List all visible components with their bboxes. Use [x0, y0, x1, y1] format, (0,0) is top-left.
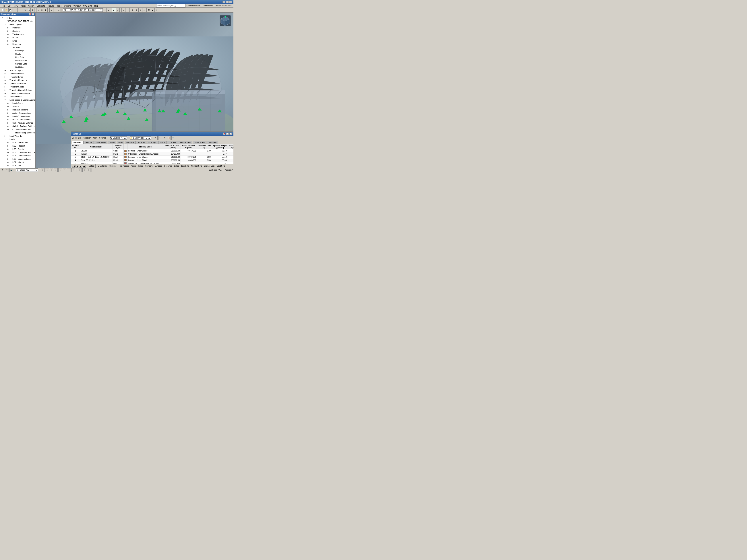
tab-thicknesses[interactable]: Thicknesses — [94, 141, 108, 144]
tree-expand-lines[interactable]: ▶ — [6, 40, 9, 42]
bottom-btn1[interactable]: 🏗 — [1, 168, 4, 172]
z-axis-btn[interactable]: Z — [57, 8, 61, 12]
tree-expand-members[interactable]: ▶ — [6, 43, 9, 45]
tree-expand-lc6[interactable]: ▶ — [6, 158, 9, 160]
tree-expand-design-situations[interactable]: ▶ — [6, 109, 9, 111]
tree-expand-types-lines[interactable]: ▶ — [4, 76, 6, 78]
table-row[interactable]: 1S355J0SteelIsotropic | Linear Elastic21… — [71, 149, 234, 152]
mat-tb-btn5[interactable]: 🔍 — [172, 136, 175, 140]
tree-item-lc4[interactable]: ▶LC4 - Užitné zatížení - celá plocha — [0, 151, 35, 154]
table-cell[interactable]: 667.00 — [227, 152, 233, 156]
table-cell[interactable]: Steel — [112, 156, 124, 159]
tree-expand-materials[interactable]: ▶ — [6, 27, 9, 29]
calc-btn[interactable]: ▶ — [112, 8, 116, 12]
bottom-tab-nodes[interactable]: Nodes — [130, 165, 137, 167]
menu-file[interactable]: File — [1, 4, 6, 7]
tree-item-static-analysis[interactable]: ▶Static Analysis Settings — [0, 121, 35, 125]
tree-item-load-cases[interactable]: ▶Load Cases — [0, 102, 35, 105]
tree-item-load-cases-comb[interactable]: ▼Load Cases & Combinations — [0, 98, 35, 102]
tree-item-types-steel[interactable]: ▶Types for Steel Design — [0, 92, 35, 95]
tab-surface-sets[interactable]: Surface Sets — [193, 141, 206, 144]
tree-expand-static-analysis[interactable]: ▶ — [6, 122, 9, 124]
bottom-tab-line-sets[interactable]: Line Sets — [181, 165, 190, 167]
tree-expand-surfaces[interactable]: ▼ — [6, 47, 9, 48]
table-cell[interactable]: 13420.000 — [164, 152, 181, 156]
deform-btn[interactable]: ⤳ — [125, 8, 129, 12]
tree-expand-project[interactable]: ▼ — [1, 20, 4, 22]
mat-tb-btn3[interactable]: ⊗ — [163, 136, 166, 140]
nav-next-btn[interactable]: ▶ — [79, 165, 82, 167]
tree-expand-action-combinations[interactable]: ▶ — [6, 112, 9, 114]
menu-cad-bim[interactable]: CAD-BIM — [82, 4, 93, 7]
orientation-cube[interactable]: Y X Z — [219, 15, 232, 27]
tree-item-types-lines[interactable]: ▶Types for Lines — [0, 75, 35, 79]
maximize-button[interactable]: □ — [226, 1, 229, 3]
tree-item-lc2[interactable]: ▶LC2 - Předpětí — [0, 144, 35, 148]
y-axis-btn[interactable]: Y — [53, 8, 57, 12]
tree-expand-load-combinations[interactable]: ▶ — [6, 115, 9, 117]
tree-item-types-members[interactable]: ▶Types for Members — [0, 79, 35, 82]
tree-expand-types-special[interactable]: ▶ — [4, 89, 6, 91]
mat-tb-btn2[interactable]: ✏ — [158, 136, 162, 140]
tree-expand-loads[interactable]: ▼ — [4, 138, 6, 140]
table-cell[interactable]: 6.67 — [212, 152, 227, 156]
mat-tb-btn4[interactable]: 📋 — [167, 136, 171, 140]
undo-btn[interactable]: ↩ — [14, 8, 18, 12]
bottom-tab-solid-sets[interactable]: Solid Sets — [216, 165, 226, 167]
edit-label[interactable]: Edit — [78, 137, 82, 139]
tree-item-member-sets[interactable]: Member Sets — [0, 59, 35, 62]
tree-expand-lc7[interactable]: ▶ — [6, 161, 9, 163]
table-cell[interactable] — [124, 156, 127, 159]
x-axis-btn[interactable]: X — [49, 8, 53, 12]
tree-item-lc5[interactable]: ▶LC5 - Užitné zatížení - L — [0, 154, 35, 157]
tree-expand-load-cases-comb[interactable]: ▼ — [4, 99, 6, 101]
table-cell[interactable]: 337.00 — [227, 162, 233, 164]
tree-expand-thicknesses[interactable]: ▶ — [6, 33, 9, 35]
tree-expand-rfem[interactable]: ▼ — [1, 17, 4, 19]
table-cell[interactable]: 80769.231 — [181, 156, 197, 159]
table-cell[interactable]: Orthotropic | Linear Elastic (Surfaces) — [127, 162, 164, 164]
tree-item-load-wizards[interactable]: ▶Load Wizards — [0, 134, 35, 138]
tree-expand-lc3[interactable]: ▶ — [6, 148, 9, 150]
tree-expand-types-solids[interactable]: ▶ — [4, 86, 6, 88]
view-area[interactable]: Y X Z Materials 📌 ⧉ ✕ — [35, 12, 233, 168]
table-cell[interactable] — [197, 152, 212, 156]
tab-line-sets[interactable]: Line Sets — [167, 141, 178, 144]
bottom-snap1[interactable]: ⊞ — [78, 168, 82, 172]
table-cell[interactable]: 0.300 — [197, 159, 212, 162]
table-row[interactable]: 2MW60/3BasicOrthotropic | Linear Elastic… — [71, 152, 234, 156]
table-cell[interactable]: 7850.00 — [227, 156, 233, 159]
zoom-in-btn[interactable]: 🔍 — [23, 8, 27, 12]
table-cell[interactable]: 80769.231 — [181, 149, 197, 152]
table-cell[interactable]: Metal — [112, 159, 124, 162]
table-cell[interactable] — [181, 162, 197, 164]
tree-item-relationship-lc[interactable]: Relationship Between Load Cases — [0, 131, 35, 134]
menu-view[interactable]: View — [12, 4, 19, 7]
bottom-btn3[interactable]: 📷 — [9, 168, 13, 172]
snap-dec[interactable]: ▼ — [154, 8, 158, 12]
tree-expand-types-members[interactable]: ▶ — [4, 79, 6, 81]
tree-expand-actions[interactable]: ▶ — [6, 106, 9, 107]
tree-item-types-surfaces[interactable]: ▶Types for Surfaces — [0, 82, 35, 85]
table-cell[interactable]: 3.37 — [212, 162, 227, 164]
bottom-btn9[interactable]: + — [63, 168, 67, 172]
tree-expand-sections[interactable]: ▶ — [6, 30, 9, 32]
tree-item-materials[interactable]: ▶Materials — [0, 26, 35, 29]
mat-tb-btn1[interactable]: ⊕ — [154, 136, 158, 140]
basic-objects-combo[interactable]: Basic Objects — [132, 136, 148, 139]
bottom-tab-members[interactable]: Members — [144, 165, 153, 167]
tab-openings[interactable]: Openings — [147, 141, 158, 144]
table-row[interactable]: 5MW100/3BasicOrthotropic | Linear Elasti… — [71, 162, 234, 164]
bottom-btn4[interactable]: ⬡ — [41, 168, 45, 172]
table-cell[interactable] — [124, 159, 127, 162]
col-G[interactable]: Shear ModulusG [MPa] — [181, 144, 197, 149]
tree-item-lc6[interactable]: ▶LC6 - Užitné zatížení - P — [0, 157, 35, 161]
menu-insert[interactable]: Insert — [19, 4, 27, 7]
col-poisson[interactable]: Poisson's Ratioν [-] — [197, 144, 212, 149]
tab-solid-sets[interactable]: Solid Sets — [207, 141, 218, 144]
table-cell[interactable]: MW60/3 — [80, 152, 112, 156]
tree-item-solids[interactable]: Solids — [0, 52, 35, 56]
tree-item-action-combinations[interactable]: ▶Action Combinations — [0, 111, 35, 115]
tree-item-types-special[interactable]: ▶Types for Special Objects — [0, 88, 35, 92]
bottom-tab-surface-sets[interactable]: Surface Sets — [203, 165, 215, 167]
